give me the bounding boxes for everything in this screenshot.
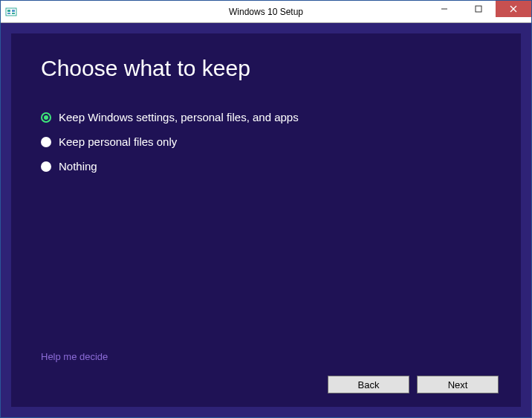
close-icon xyxy=(510,5,517,13)
radio-icon xyxy=(41,137,51,147)
svg-rect-3 xyxy=(7,13,10,14)
setup-icon xyxy=(5,6,17,18)
button-row: Back Next xyxy=(328,376,499,393)
option-label: Keep personal files only xyxy=(59,135,177,148)
option-label: Keep Windows settings, personal files, a… xyxy=(59,111,299,123)
minimize-button[interactable] xyxy=(427,1,461,17)
option-nothing[interactable]: Nothing xyxy=(41,160,491,173)
svg-rect-1 xyxy=(7,10,10,12)
options-group: Keep Windows settings, personal files, a… xyxy=(41,111,491,173)
minimize-icon xyxy=(441,5,448,13)
svg-rect-2 xyxy=(12,10,15,12)
titlebar: Windows 10 Setup xyxy=(1,1,531,23)
window-controls xyxy=(427,1,531,22)
setup-window: Windows 10 Setup Choose what to keep Kee… xyxy=(0,0,532,418)
radio-icon xyxy=(41,112,51,123)
option-keep-everything[interactable]: Keep Windows settings, personal files, a… xyxy=(41,111,491,123)
help-link[interactable]: Help me decide xyxy=(41,351,108,362)
svg-rect-4 xyxy=(12,13,15,14)
maximize-icon xyxy=(475,5,482,13)
content-area: Choose what to keep Keep Windows setting… xyxy=(11,33,521,407)
page-heading: Choose what to keep xyxy=(41,56,491,81)
radio-icon xyxy=(41,161,51,172)
back-button[interactable]: Back xyxy=(328,376,409,393)
next-button[interactable]: Next xyxy=(417,376,499,393)
maximize-button[interactable] xyxy=(461,1,496,17)
close-button[interactable] xyxy=(496,1,531,17)
option-files-only[interactable]: Keep personal files only xyxy=(41,135,491,148)
svg-rect-6 xyxy=(476,6,481,12)
option-label: Nothing xyxy=(59,160,97,173)
